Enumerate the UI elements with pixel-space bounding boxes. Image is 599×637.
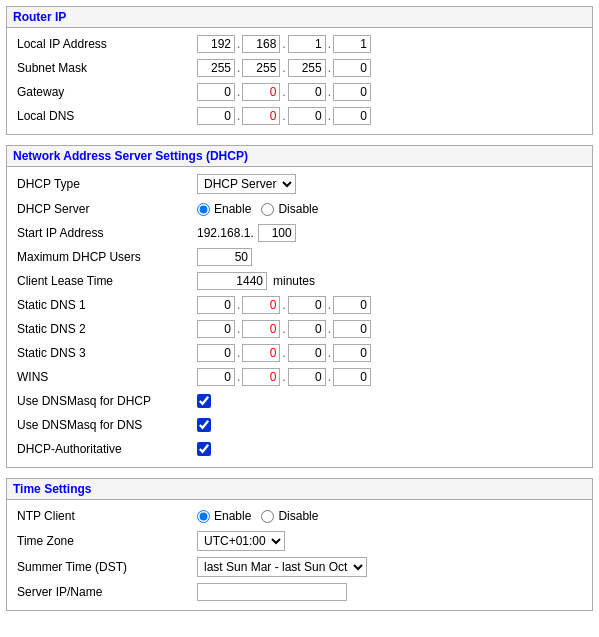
local-ip-octet2[interactable] xyxy=(242,35,280,53)
max-users-value xyxy=(197,248,252,266)
dhcp-type-row: DHCP Type DHCP Server DHCP Relay None xyxy=(7,171,592,197)
subnet-octet1[interactable] xyxy=(197,59,235,77)
dnsmasq-dns-value xyxy=(197,418,211,432)
server-ip-value xyxy=(197,583,347,601)
wins-octet4[interactable] xyxy=(333,368,371,386)
dnsmasq-dhcp-checkbox[interactable] xyxy=(197,394,211,408)
lease-time-row: Client Lease Time minutes xyxy=(7,269,592,293)
local-dns-value: . . . xyxy=(197,107,371,125)
gateway-octet2[interactable] xyxy=(242,83,280,101)
server-ip-row: Server IP/Name xyxy=(7,580,592,604)
wins-octet1[interactable] xyxy=(197,368,235,386)
subnet-octet4[interactable] xyxy=(333,59,371,77)
local-dns-label: Local DNS xyxy=(17,109,197,123)
local-ip-octet1[interactable] xyxy=(197,35,235,53)
sdns1-octet4[interactable] xyxy=(333,296,371,314)
dst-label: Summer Time (DST) xyxy=(17,560,197,574)
lease-time-value: minutes xyxy=(197,272,315,290)
gateway-label: Gateway xyxy=(17,85,197,99)
start-ip-prefix: 192.168.1. xyxy=(197,226,254,240)
gateway-octet1[interactable] xyxy=(197,83,235,101)
server-ip-input[interactable] xyxy=(197,583,347,601)
timezone-select[interactable]: UTC+01:00 xyxy=(197,531,285,551)
dhcp-enable-label[interactable]: Enable xyxy=(197,202,251,216)
sdns2-octet1[interactable] xyxy=(197,320,235,338)
sdns1-octet2[interactable] xyxy=(242,296,280,314)
wins-value: . . . xyxy=(197,368,371,386)
static-dns1-row: Static DNS 1 . . . xyxy=(7,293,592,317)
sdns3-octet2[interactable] xyxy=(242,344,280,362)
dhcp-server-value: Enable Disable xyxy=(197,202,318,216)
ntp-row: NTP Client Enable Disable xyxy=(7,504,592,528)
dhcp-enable-radio[interactable] xyxy=(197,203,210,216)
sdns3-octet3[interactable] xyxy=(288,344,326,362)
sdns1-octet1[interactable] xyxy=(197,296,235,314)
local-dns-row: Local DNS . . . xyxy=(7,104,592,128)
static-dns3-value: . . . xyxy=(197,344,371,362)
sdns1-octet3[interactable] xyxy=(288,296,326,314)
dhcp-enable-text: Enable xyxy=(214,202,251,216)
sdns2-octet3[interactable] xyxy=(288,320,326,338)
dhcp-auth-value xyxy=(197,442,211,456)
wins-octet2[interactable] xyxy=(242,368,280,386)
wins-row: WINS . . . xyxy=(7,365,592,389)
dnsmasq-dns-checkbox[interactable] xyxy=(197,418,211,432)
dnsmasq-dhcp-label: Use DNSMasq for DHCP xyxy=(17,394,197,408)
local-ip-octet4[interactable] xyxy=(333,35,371,53)
dnsmasq-dhcp-row: Use DNSMasq for DHCP xyxy=(7,389,592,413)
gateway-row: Gateway . . . xyxy=(7,80,592,104)
static-dns2-label: Static DNS 2 xyxy=(17,322,197,336)
router-ip-section: Router IP Local IP Address . . . Subnet … xyxy=(6,6,593,135)
local-ip-value: . . . xyxy=(197,35,371,53)
sdns2-octet2[interactable] xyxy=(242,320,280,338)
static-dns1-value: . . . xyxy=(197,296,371,314)
local-dns-octet2[interactable] xyxy=(242,107,280,125)
dnsmasq-dhcp-value xyxy=(197,394,211,408)
local-dns-octet1[interactable] xyxy=(197,107,235,125)
max-users-input[interactable] xyxy=(197,248,252,266)
minutes-label: minutes xyxy=(273,274,315,288)
dst-value: last Sun Mar - last Sun Oct disabled xyxy=(197,557,367,577)
wins-octet3[interactable] xyxy=(288,368,326,386)
static-dns2-row: Static DNS 2 . . . xyxy=(7,317,592,341)
static-dns2-value: . . . xyxy=(197,320,371,338)
local-dns-octet4[interactable] xyxy=(333,107,371,125)
dhcp-disable-label[interactable]: Disable xyxy=(261,202,318,216)
timezone-row: Time Zone UTC+01:00 xyxy=(7,528,592,554)
gateway-value: . . . xyxy=(197,83,371,101)
lease-time-label: Client Lease Time xyxy=(17,274,197,288)
local-ip-octet3[interactable] xyxy=(288,35,326,53)
dhcp-type-value: DHCP Server DHCP Relay None xyxy=(197,174,296,194)
start-ip-label: Start IP Address xyxy=(17,226,197,240)
dhcp-server-row: DHCP Server Enable Disable xyxy=(7,197,592,221)
sdns2-octet4[interactable] xyxy=(333,320,371,338)
dhcp-auth-checkbox[interactable] xyxy=(197,442,211,456)
start-ip-row: Start IP Address 192.168.1. xyxy=(7,221,592,245)
timezone-label: Time Zone xyxy=(17,534,197,548)
dhcp-type-select[interactable]: DHCP Server DHCP Relay None xyxy=(197,174,296,194)
sdns3-octet1[interactable] xyxy=(197,344,235,362)
ntp-disable-radio[interactable] xyxy=(261,510,274,523)
time-section: Time Settings NTP Client Enable Disable … xyxy=(6,478,593,611)
local-ip-row: Local IP Address . . . xyxy=(7,32,592,56)
dst-row: Summer Time (DST) last Sun Mar - last Su… xyxy=(7,554,592,580)
ntp-label: NTP Client xyxy=(17,509,197,523)
dnsmasq-dns-label: Use DNSMasq for DNS xyxy=(17,418,197,432)
start-ip-last-octet[interactable] xyxy=(258,224,296,242)
gateway-octet4[interactable] xyxy=(333,83,371,101)
lease-time-input[interactable] xyxy=(197,272,267,290)
ntp-enable-label[interactable]: Enable xyxy=(197,509,251,523)
dst-select[interactable]: last Sun Mar - last Sun Oct disabled xyxy=(197,557,367,577)
dhcp-disable-radio[interactable] xyxy=(261,203,274,216)
ntp-enable-radio[interactable] xyxy=(197,510,210,523)
wins-label: WINS xyxy=(17,370,197,384)
subnet-octet3[interactable] xyxy=(288,59,326,77)
gateway-octet3[interactable] xyxy=(288,83,326,101)
local-dns-octet3[interactable] xyxy=(288,107,326,125)
ntp-disable-label[interactable]: Disable xyxy=(261,509,318,523)
sdns3-octet4[interactable] xyxy=(333,344,371,362)
subnet-octet2[interactable] xyxy=(242,59,280,77)
dhcp-auth-row: DHCP-Authoritative xyxy=(7,437,592,461)
ntp-disable-text: Disable xyxy=(278,509,318,523)
dhcp-type-label: DHCP Type xyxy=(17,177,197,191)
